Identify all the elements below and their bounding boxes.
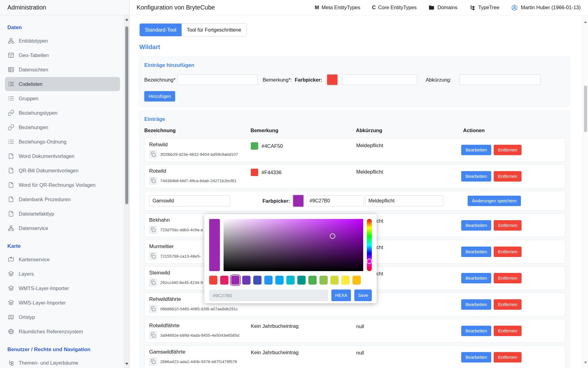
- sidebar-item-word-dokumentvorlagen[interactable]: Word Dokumentvorlagen: [5, 149, 120, 163]
- sidebar-item-dateiartefakttyp[interactable]: Dateiartefakttyp: [5, 207, 120, 221]
- picker-save-button[interactable]: Save: [354, 289, 372, 301]
- bearbeiten-button[interactable]: Bearbeiten: [461, 352, 491, 362]
- preset-swatch-cddc39[interactable]: [330, 276, 339, 285]
- hex-value-input[interactable]: [209, 289, 328, 301]
- preset-swatch-673ab7[interactable]: [242, 276, 251, 285]
- copy-uuid-button[interactable]: [149, 252, 157, 260]
- bearbeiten-button[interactable]: Bearbeiten: [461, 247, 491, 257]
- entfernen-button[interactable]: Entfernen: [494, 220, 522, 231]
- bearbeiten-button[interactable]: Bearbeiten: [461, 220, 491, 231]
- tab-tool-f-r-fortgeschrittene[interactable]: Tool für Fortgeschrittene: [182, 24, 247, 36]
- preset-swatch-f44336[interactable]: [209, 276, 217, 285]
- nav-item-meta-entitytypes[interactable]: MMeta EntityTypes: [315, 5, 360, 11]
- sidebar-item-beziehungstypen[interactable]: Beziehungstypen: [5, 106, 120, 120]
- preset-swatch-e91e63[interactable]: [220, 276, 228, 285]
- preset-swatch-3f51b5[interactable]: [253, 276, 262, 285]
- preset-swatch-03a9f4[interactable]: [275, 276, 284, 285]
- sidebar-item-datenbank-prozeduren[interactable]: Datenbank Prozeduren: [5, 192, 120, 206]
- entfernen-button[interactable]: Entfernen: [494, 299, 522, 310]
- sidebar-item-gruppen[interactable]: Gruppen: [5, 91, 120, 105]
- preset-swatch-2196f3[interactable]: [264, 276, 273, 285]
- sidebar-item-beziehungs-ordnung[interactable]: Beziehungs-Ordnung: [5, 135, 120, 149]
- color-picker-popup: HEXA Save: [204, 214, 377, 303]
- copy-uuid-button[interactable]: [149, 331, 157, 339]
- farbpicker-hex-input[interactable]: [342, 75, 417, 85]
- color-hex-input[interactable]: [306, 195, 364, 206]
- sidebar-item-codelisten[interactable]: Codelisten: [5, 77, 120, 91]
- sidebar-item-datensichten[interactable]: Datensichten: [5, 63, 120, 77]
- main-scrollbar[interactable]: [582, 15, 588, 368]
- preset-swatch-8bc34a[interactable]: [319, 276, 328, 285]
- scroll-down-arrow-icon[interactable]: [125, 363, 128, 365]
- sidebar-item-word-f-r-qr-rechnungs-vorlagen[interactable]: Word für QR-Rechnungs Vorlagen: [5, 178, 120, 192]
- entry-name: Rehwild: [149, 142, 251, 148]
- hue-slider[interactable]: [367, 219, 372, 271]
- nav-item-domains[interactable]: Domains: [428, 4, 457, 11]
- sidebar-item-beziehungen[interactable]: Beziehungen: [5, 120, 120, 134]
- preset-swatch-ffeb3b[interactable]: [341, 276, 350, 285]
- abkuerzung-input[interactable]: [365, 195, 443, 206]
- sidebar-item-qr-bill-dokumentvorlagen[interactable]: QR-Bill Dokumentvorlagen: [5, 163, 120, 178]
- sidebar-item-ortstyp[interactable]: Ortstyp: [5, 310, 120, 324]
- saturation-area[interactable]: [224, 219, 363, 271]
- sidebar-scrollbar[interactable]: [124, 15, 129, 368]
- entfernen-button[interactable]: Entfernen: [494, 273, 522, 283]
- sidebar-scrollbar-thumb[interactable]: [125, 26, 128, 204]
- bearbeiten-button[interactable]: Bearbeiten: [461, 326, 491, 336]
- sidebar-item-label: Layers: [19, 271, 34, 277]
- entfernen-button[interactable]: Entfernen: [494, 326, 522, 336]
- preset-swatch-009688[interactable]: [297, 276, 306, 285]
- tab-standard-tool[interactable]: Standard-Tool: [140, 24, 182, 36]
- sidebar-item-entit-tstypen[interactable]: Entitätstypen: [5, 34, 120, 48]
- save-changes-button[interactable]: Änderungen speichern: [468, 196, 521, 206]
- scroll-up-arrow-icon[interactable]: [125, 18, 128, 21]
- bezeichnung-input[interactable]: [177, 75, 258, 85]
- preset-swatch-00bcd4[interactable]: [286, 276, 295, 285]
- column-header-actionen: Actionen: [463, 128, 565, 133]
- entry-name-input[interactable]: [149, 195, 230, 206]
- sidebar-item-layers[interactable]: Layers: [5, 267, 120, 281]
- bearbeiten-button[interactable]: Bearbeiten: [461, 273, 491, 283]
- table-row: Rehwild3f20bb29-d23e-4632-9404-bd59c9abd…: [144, 138, 565, 162]
- hue-handle[interactable]: [367, 259, 372, 264]
- file-icon: [7, 196, 15, 203]
- entfernen-button[interactable]: Entfernen: [494, 247, 522, 257]
- sidebar-item-wms-layer-importer[interactable]: WMS-Layer-Importer: [5, 296, 120, 310]
- bearbeiten-button[interactable]: Bearbeiten: [461, 171, 491, 182]
- entfernen-button[interactable]: Entfernen: [494, 352, 522, 362]
- farbpicker-swatch-button[interactable]: [326, 74, 338, 86]
- sidebar-item-r-umliches-referenzsystem[interactable]: Räumliches Referenzsystem: [5, 324, 120, 339]
- preset-swatch-ffc107[interactable]: [352, 276, 361, 285]
- copy-uuid-button[interactable]: [149, 226, 157, 234]
- sidebar-item-kartenservice[interactable]: Kartenservice: [5, 252, 120, 266]
- entries-table-header: Bezeichnung Bemerkung Abkürzung Actionen: [144, 128, 565, 133]
- bearbeiten-button[interactable]: Bearbeiten: [461, 145, 491, 155]
- abkuerzung-input[interactable]: [459, 75, 541, 85]
- preset-swatch-4caf50[interactable]: [308, 276, 317, 285]
- copy-uuid-button[interactable]: [149, 305, 157, 313]
- sidebar-item-label: Beziehungstypen: [19, 110, 58, 116]
- copy-uuid-button[interactable]: [149, 278, 157, 286]
- main-scrollbar-thumb[interactable]: [584, 86, 587, 132]
- nav-item-typetree[interactable]: TypeTree: [469, 4, 499, 11]
- sidebar-item-wmts-layer-importer[interactable]: WMTS-Layer-Importer: [5, 281, 120, 295]
- hexa-mode-button[interactable]: HEXA: [331, 289, 351, 301]
- copy-uuid-button[interactable]: [149, 177, 157, 185]
- saturation-handle[interactable]: [330, 233, 335, 239]
- hinzufuegen-button[interactable]: Hinzufügen: [144, 91, 175, 102]
- farbpicker-swatch-button[interactable]: [292, 194, 304, 208]
- preset-swatch-9c27b0[interactable]: [231, 276, 239, 285]
- entfernen-button[interactable]: Entfernen: [494, 145, 522, 155]
- copy-uuid-button[interactable]: [149, 358, 157, 366]
- copy-uuid-button[interactable]: [149, 150, 157, 158]
- bearbeiten-button[interactable]: Bearbeiten: [461, 299, 491, 310]
- sidebar-item-themen-und-layerb-ume[interactable]: Themen- und Layerbäume: [5, 356, 120, 368]
- scroll-down-arrow-icon[interactable]: [584, 362, 587, 364]
- user-menu[interactable]: Martin Huber (1966-01-13): [511, 4, 581, 11]
- sidebar-item-datenservice[interactable]: Datenservice: [5, 221, 120, 235]
- layers-icon: [7, 285, 15, 292]
- sidebar-item-geo-tabellen[interactable]: Geo-Tabellen: [5, 48, 120, 62]
- entfernen-button[interactable]: Entfernen: [494, 171, 522, 182]
- nav-item-core-entitytypes[interactable]: CCore EntityTypes: [372, 5, 417, 11]
- scroll-up-arrow-icon[interactable]: [584, 21, 587, 23]
